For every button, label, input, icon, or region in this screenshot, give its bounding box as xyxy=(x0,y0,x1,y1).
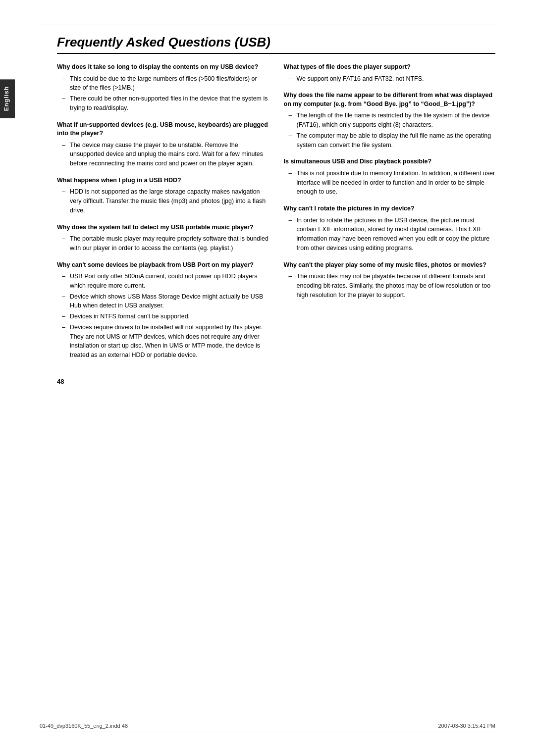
faq-question-q5: Why can't some devices be playback from … xyxy=(57,261,269,270)
faq-bullet: USB Port only offer 500mA current, could… xyxy=(62,272,269,291)
top-border-line xyxy=(40,24,495,24)
faq-section-q1: Why does it take so long to display the … xyxy=(57,63,269,113)
faq-answer-q5: USB Port only offer 500mA current, could… xyxy=(57,272,269,360)
faq-bullet: The device may cause the player to be un… xyxy=(62,141,269,168)
faq-bullet: There could be other non-supported files… xyxy=(62,94,269,113)
faq-section-q10: Why can't the player play some of my mus… xyxy=(284,261,496,300)
faq-answer-q4: The portable music player may require pr… xyxy=(57,234,269,253)
faq-question-q2: What if un-supported devices (e.g. USB m… xyxy=(57,121,269,138)
two-column-layout: Why does it take so long to display the … xyxy=(57,63,495,368)
faq-section-q7: Why does the file name appear to be diff… xyxy=(284,91,496,150)
faq-bullet: The portable music player may require pr… xyxy=(62,234,269,253)
faq-section-q9: Why can't I rotate the pictures in my de… xyxy=(284,204,496,253)
faq-answer-q1: This could be due to the large numbers o… xyxy=(57,74,269,113)
faq-answer-q3: HDD is not supported as the large storag… xyxy=(57,187,269,215)
faq-answer-q7: The length of the file name is restricte… xyxy=(284,111,496,150)
faq-question-q7: Why does the file name appear to be diff… xyxy=(284,91,496,108)
footer: 01-49_dvp3160K_55_eng_2.indd 48 2007-03-… xyxy=(40,723,495,729)
faq-answer-q8: This is not possible due to memory limit… xyxy=(284,169,496,197)
faq-bullet: We support only FAT16 and FAT32, not NTF… xyxy=(289,74,496,84)
faq-bullet: The computer may be able to display the … xyxy=(289,131,496,150)
footer-right: 2007-03-30 3:15:41 PM xyxy=(438,723,495,729)
faq-bullet: The length of the file name is restricte… xyxy=(289,111,496,130)
faq-question-q3: What happens when I plug in a USB HDD? xyxy=(57,176,269,185)
side-tab-english: English xyxy=(0,79,15,118)
page-number: 48 xyxy=(57,378,495,385)
faq-question-q6: What types of file does the player suppo… xyxy=(284,63,496,72)
faq-bullet: Device which shows USB Mass Storage Devi… xyxy=(62,292,269,311)
faq-answer-q6: We support only FAT16 and FAT32, not NTF… xyxy=(284,74,496,84)
faq-question-q10: Why can't the player play some of my mus… xyxy=(284,261,496,270)
faq-answer-q10: The music files may not be playable beca… xyxy=(284,272,496,300)
faq-section-q8: Is simultaneous USB and Disc playback po… xyxy=(284,157,496,197)
faq-bullet: HDD is not supported as the large storag… xyxy=(62,187,269,215)
faq-bullet: In order to rotate the pictures in the U… xyxy=(289,216,496,253)
faq-section-q6: What types of file does the player suppo… xyxy=(284,63,496,83)
page-title: Frequently Asked Questions (USB) xyxy=(57,35,495,54)
main-content: Frequently Asked Questions (USB) Why doe… xyxy=(57,30,495,385)
faq-bullet: The music files may not be playable beca… xyxy=(289,272,496,300)
faq-bullet: This could be due to the large numbers o… xyxy=(62,74,269,93)
faq-answer-q9: In order to rotate the pictures in the U… xyxy=(284,216,496,253)
footer-left: 01-49_dvp3160K_55_eng_2.indd 48 xyxy=(40,723,128,729)
right-column: What types of file does the player suppo… xyxy=(284,63,496,307)
faq-bullet: Devices require drivers to be installed … xyxy=(62,323,269,360)
faq-question-q1: Why does it take so long to display the … xyxy=(57,63,269,72)
faq-answer-q2: The device may cause the player to be un… xyxy=(57,141,269,168)
page: English Frequently Asked Questions (USB)… xyxy=(0,0,535,756)
bottom-border-line xyxy=(40,732,495,732)
left-column: Why does it take so long to display the … xyxy=(57,63,269,368)
faq-question-q4: Why does the system fail to detect my US… xyxy=(57,223,269,232)
faq-question-q9: Why can't I rotate the pictures in my de… xyxy=(284,204,496,213)
faq-bullet: This is not possible due to memory limit… xyxy=(289,169,496,197)
faq-question-q8: Is simultaneous USB and Disc playback po… xyxy=(284,157,496,166)
faq-section-q5: Why can't some devices be playback from … xyxy=(57,261,269,360)
faq-section-q4: Why does the system fail to detect my US… xyxy=(57,223,269,253)
faq-section-q3: What happens when I plug in a USB HDD?HD… xyxy=(57,176,269,215)
faq-section-q2: What if un-supported devices (e.g. USB m… xyxy=(57,121,269,168)
faq-bullet: Devices in NTFS format can't be supporte… xyxy=(62,312,269,321)
